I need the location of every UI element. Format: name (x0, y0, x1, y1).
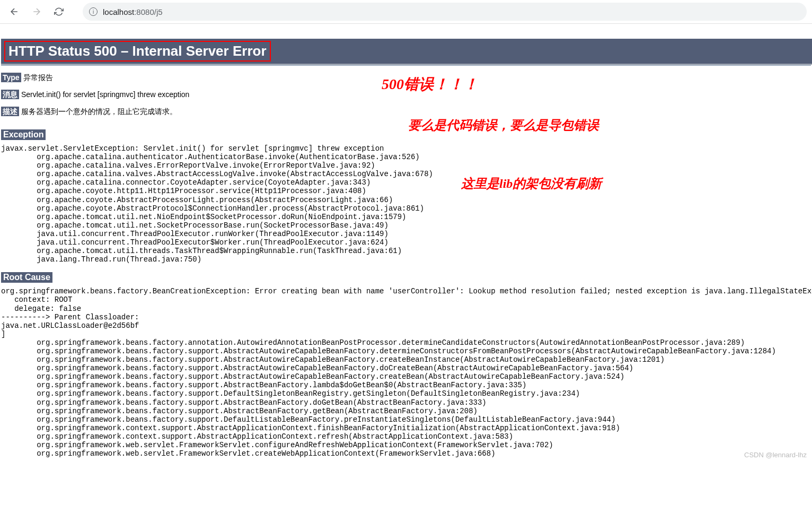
reload-button[interactable] (50, 3, 68, 21)
message-value: Servlet.init() for servlet [springmvc] t… (19, 90, 189, 99)
message-label: 消息 (1, 90, 19, 99)
watermark: CSDN @lennard-lhz (744, 451, 807, 459)
page-content: HTTP Status 500 – Internal Server Error … (0, 39, 812, 458)
url-text: localhost:8080/j5 (103, 7, 163, 16)
exception-trace: javax.servlet.ServletException: Servlet.… (0, 144, 812, 264)
exception-header: Exception (1, 129, 46, 140)
rootcause-header: Root Cause (1, 272, 52, 283)
type-value: 异常报告 (21, 73, 53, 82)
forward-button[interactable] (28, 3, 46, 21)
address-bar[interactable]: i localhost:8080/j5 (83, 3, 807, 21)
desc-value: 服务器遇到一个意外的情况，阻止它完成请求。 (19, 107, 177, 116)
browser-toolbar: i localhost:8080/j5 (0, 0, 812, 24)
desc-label: 描述 (1, 107, 19, 116)
error-header: HTTP Status 500 – Internal Server Error (1, 39, 812, 65)
annotation-2: 要么是代码错误，要么是导包错误 (408, 117, 599, 134)
info-icon: i (89, 7, 98, 16)
annotation-3: 这里是lib的架包没有刷新 (461, 175, 602, 192)
desc-line: 描述 服务器遇到一个意外的情况，阻止它完成请求。 (1, 107, 811, 117)
annotation-1: 500错误！！！ (382, 74, 478, 94)
type-label: Type (1, 73, 21, 82)
rootcause-trace: org.springframework.beans.factory.BeanCr… (0, 287, 812, 458)
back-button[interactable] (5, 3, 23, 21)
page-title: HTTP Status 500 – Internal Server Error (8, 43, 267, 59)
